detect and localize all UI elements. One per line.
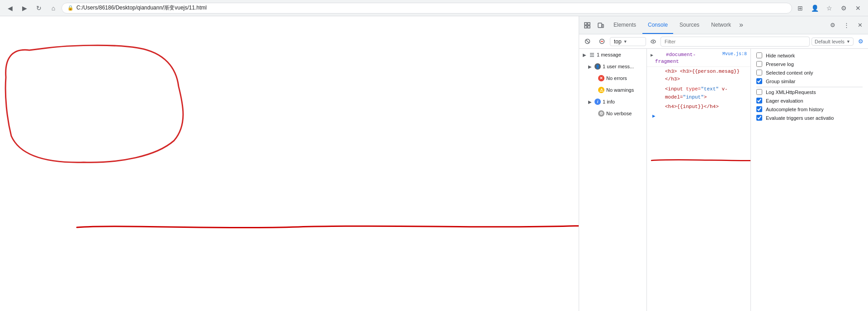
devtools-more-button[interactable]: ⋮ <box>840 19 853 32</box>
console-main: ▶ #document-fragment Mvue.js:8 <h3><h3>{… <box>647 49 750 311</box>
info-icon: i <box>594 99 601 105</box>
sidebar-item-warnings[interactable]: ⚠ No warnings <box>579 84 646 96</box>
log-xml-label[interactable]: Log XMLHttpRequests <box>766 90 816 95</box>
option-hide-network: Hide network <box>756 52 863 58</box>
stop-recording-button[interactable] <box>595 35 608 48</box>
devtools-settings-button[interactable]: ⚙ <box>826 19 839 32</box>
console-underline-svg <box>647 156 750 165</box>
console-output: ▶ #document-fragment Mvue.js:8 <h3><h3>{… <box>647 49 750 311</box>
bookmark-button[interactable]: ☆ <box>823 2 835 14</box>
preserve-log-label[interactable]: Preserve log <box>766 61 794 67</box>
svg-line-7 <box>586 40 589 43</box>
autocomplete-label[interactable]: Autocomplete from history <box>766 107 824 112</box>
list-icon <box>589 52 595 58</box>
svg-rect-3 <box>588 26 590 28</box>
circle-annotation <box>2 41 188 161</box>
log-xml-checkbox[interactable] <box>756 89 762 95</box>
top-bar: ◀ ▶ ↻ ⌂ 🔒 C:/Users/86186/Desktop/qiandua… <box>0 0 868 16</box>
option-selected-context: Selected context only <box>756 70 863 75</box>
hide-network-label[interactable]: Hide network <box>766 53 795 58</box>
option-autocomplete: Autocomplete from history <box>756 106 863 112</box>
settings-button[interactable]: ⚙ <box>837 2 850 14</box>
inspect-element-button[interactable] <box>581 19 594 32</box>
hide-network-checkbox[interactable] <box>756 52 762 58</box>
svg-rect-4 <box>598 23 602 28</box>
context-selector[interactable]: top ▼ <box>610 37 646 46</box>
account-button[interactable]: 👤 <box>808 2 821 14</box>
svg-rect-0 <box>585 23 587 25</box>
forward-button[interactable]: ▶ <box>18 2 31 14</box>
devtools-close-button[interactable]: ✕ <box>854 19 866 32</box>
underline-annotation <box>72 221 579 234</box>
devtools-panel: Elements Console Sources Network » ⚙ ⋮ <box>579 16 868 311</box>
evaluate-triggers-checkbox[interactable] <box>756 115 762 121</box>
eye-button[interactable] <box>648 36 659 47</box>
eager-eval-label[interactable]: Eager evaluation <box>766 98 803 104</box>
context-dropdown-icon: ▼ <box>623 39 627 44</box>
user-messages-arrow: ▶ <box>588 64 593 69</box>
option-eager-eval: Eager evaluation <box>756 98 863 104</box>
back-button[interactable]: ◀ <box>4 2 16 14</box>
tab-sources[interactable]: Sources <box>674 16 705 34</box>
expand-more-arrow[interactable]: ▶ <box>647 112 750 120</box>
options-panel: Hide network Preserve log Selected conte… <box>750 49 868 311</box>
console-sidebar: ▶ 1 message ▶ 👤 1 user mess... <box>579 49 647 311</box>
tab-elements[interactable]: Elements <box>608 16 642 34</box>
extensions-button[interactable]: ⊞ <box>794 2 807 14</box>
user-icon: 👤 <box>594 63 601 70</box>
devtools-body: ▶ 1 message ▶ 👤 1 user mess... <box>579 49 868 311</box>
sidebar-item-all-messages[interactable]: ▶ 1 message <box>579 49 646 61</box>
option-evaluate-triggers: Evaluate triggers user activatio <box>756 115 863 121</box>
log-h4-line: <h4>{{input}}</h4> <box>647 102 750 112</box>
eager-eval-checkbox[interactable] <box>756 98 762 104</box>
svg-point-11 <box>653 41 654 42</box>
selected-context-checkbox[interactable] <box>756 70 762 75</box>
group-similar-checkbox[interactable] <box>756 78 762 84</box>
evaluate-triggers-label[interactable]: Evaluate triggers user activatio <box>766 115 834 121</box>
tab-console[interactable]: Console <box>642 16 673 34</box>
log-h3-line: <h3><h3>{{person.mesag}}</h3> <h3>{{pers… <box>647 67 750 85</box>
preserve-log-checkbox[interactable] <box>756 61 762 67</box>
context-label: top <box>614 38 622 45</box>
console-settings-button[interactable]: ⚙ <box>855 36 866 47</box>
console-underline-area <box>647 156 750 166</box>
log-content: #document-fragment <box>655 52 721 66</box>
sidebar-item-verbose[interactable]: ⚙ No verbose <box>579 108 646 119</box>
warning-icon: ⚠ <box>598 87 604 93</box>
log-row-document-fragment: ▶ #document-fragment Mvue.js:8 <box>647 51 750 67</box>
autocomplete-checkbox[interactable] <box>756 106 762 112</box>
verbose-count: No verbose <box>606 111 632 116</box>
info-count: 1 info <box>603 99 615 104</box>
address-text: C:/Users/86186/Desktop/qianduann/渐变vuejs… <box>76 4 786 12</box>
warnings-count: No warnings <box>606 87 634 93</box>
sidebar-item-info[interactable]: ▶ i 1 info <box>579 96 646 108</box>
home-button[interactable]: ⌂ <box>47 2 60 14</box>
selected-context-label[interactable]: Selected context only <box>766 70 813 75</box>
level-dropdown-icon: ▼ <box>846 39 850 44</box>
svg-rect-1 <box>585 26 587 28</box>
errors-count: No errors <box>606 75 627 81</box>
refresh-button[interactable]: ↻ <box>33 2 45 14</box>
user-messages-count: 1 user mess... <box>603 64 634 69</box>
filter-input[interactable] <box>660 37 810 47</box>
device-toggle-button[interactable] <box>594 19 607 32</box>
log-expand-arrow[interactable]: ▶ <box>651 52 653 58</box>
option-log-xml: Log XMLHttpRequests <box>756 89 863 95</box>
all-messages-arrow: ▶ <box>583 52 587 57</box>
level-selector[interactable]: Default levels ▼ <box>811 38 854 46</box>
devtools-toolbar: Elements Console Sources Network » ⚙ ⋮ <box>579 16 868 34</box>
address-bar: 🔒 C:/Users/86186/Desktop/qianduann/渐变vue… <box>61 3 792 14</box>
group-similar-label[interactable]: Group similar <box>766 79 795 84</box>
log-source-link[interactable]: Mvue.js:8 <box>722 52 747 57</box>
tab-more[interactable]: » <box>737 16 745 34</box>
devtools-secondary-bar: top ▼ Default levels ▼ ⚙ <box>579 34 868 49</box>
top-right-icons: ⊞ 👤 ☆ ⚙ ✕ <box>794 2 864 14</box>
sidebar-item-errors[interactable]: ✕ No errors <box>579 72 646 84</box>
log-input-line: <input type="text" v-model="input"> <box>647 85 750 102</box>
menu-button[interactable]: ✕ <box>852 2 864 14</box>
clear-console-button[interactable] <box>581 35 594 48</box>
tab-network[interactable]: Network <box>706 16 736 34</box>
option-preserve-log: Preserve log <box>756 61 863 67</box>
svg-rect-2 <box>588 23 590 25</box>
sidebar-item-user-messages[interactable]: ▶ 👤 1 user mess... <box>579 61 646 72</box>
